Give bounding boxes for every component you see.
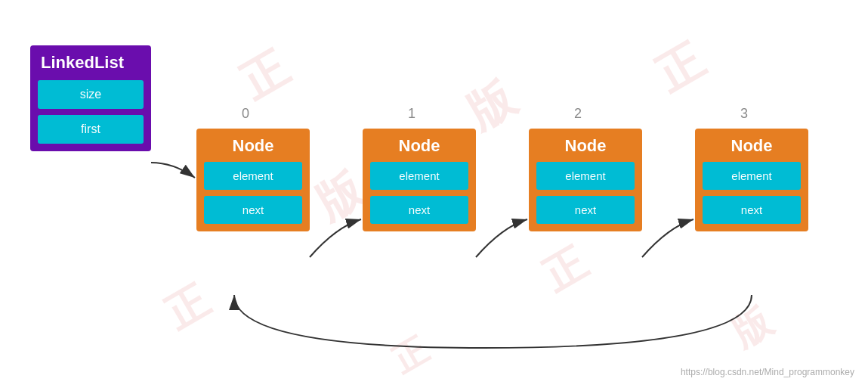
index-3: 3: [740, 106, 748, 122]
node-box-0: Node element next: [196, 129, 310, 231]
node-title-0: Node: [204, 136, 302, 156]
node-next-2: next: [536, 196, 635, 224]
node-box-3: Node element next: [695, 129, 808, 231]
node-title-2: Node: [536, 136, 635, 156]
node-box-2: Node element next: [529, 129, 642, 231]
index-0: 0: [242, 106, 249, 122]
node-element-3: element: [703, 162, 801, 190]
node-title-1: Node: [370, 136, 468, 156]
node-element-2: element: [536, 162, 635, 190]
arrow-first-to-node0: [151, 163, 195, 178]
node-element-0: element: [204, 162, 302, 190]
arrow-node1-to-node2: [476, 219, 527, 257]
node-title-3: Node: [703, 136, 801, 156]
node-box-1: Node element next: [363, 129, 476, 231]
arrow-node2-to-node3: [642, 219, 693, 257]
arrow-node3-back: [234, 295, 752, 348]
node-element-1: element: [370, 162, 468, 190]
index-2: 2: [574, 106, 582, 122]
ll-field-size: size: [38, 80, 144, 109]
ll-field-first: first: [38, 115, 144, 144]
linked-list-title: LinkedList: [38, 53, 144, 73]
node-next-3: next: [703, 196, 801, 224]
linked-list-box: LinkedList size first: [30, 45, 151, 151]
node-next-0: next: [204, 196, 302, 224]
arrow-node0-to-node1: [310, 219, 361, 257]
website-label: https://blog.csdn.net/Mind_programmonkey: [681, 367, 854, 377]
diagram-container: 正 版 正 版 正 正 版 版 正 LinkedList size first …: [0, 0, 868, 391]
index-1: 1: [408, 106, 415, 122]
node-next-1: next: [370, 196, 468, 224]
